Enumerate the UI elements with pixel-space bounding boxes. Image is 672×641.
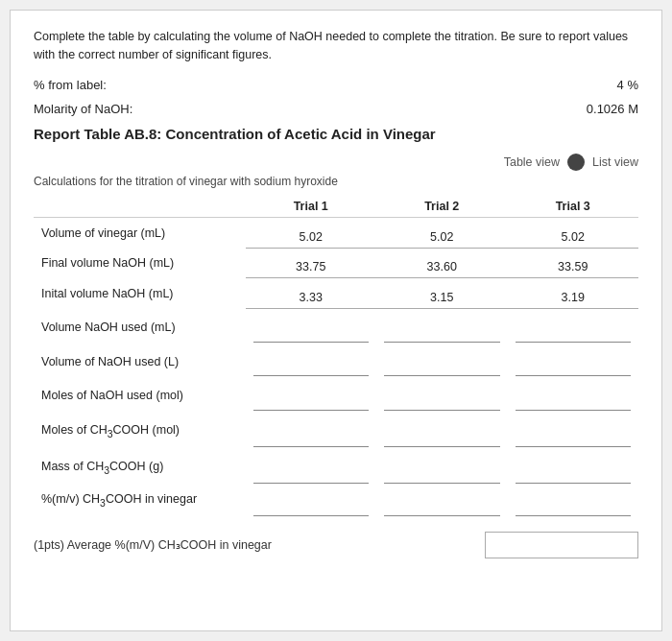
- row-1-trial3: 33.59: [508, 248, 639, 278]
- row-2-trial2: 3.15: [376, 278, 508, 309]
- table-row: Volume NaOH used (mL): [34, 312, 638, 343]
- row-3-trial2: [376, 312, 508, 343]
- instructions-text: Complete the table by calculating the vo…: [34, 28, 638, 64]
- table-row: Final volume NaOH (mL)33.7533.6033.59: [34, 248, 638, 278]
- row-2-trial1: 3.33: [246, 278, 377, 309]
- row-3-trial3: [508, 312, 639, 343]
- row-4-trial2: [376, 346, 508, 377]
- report-title: Report Table AB.8: Concentration of Acet…: [34, 126, 638, 142]
- percent-row: % from label: 4 %: [34, 78, 638, 92]
- row-6-trial1: [246, 415, 377, 447]
- row-5-trial1: [246, 380, 377, 411]
- table-row: Mass of CH3COOH (g): [34, 451, 638, 484]
- row-4-trial1: [246, 346, 377, 377]
- row-0-trial1: 5.02: [246, 217, 377, 248]
- col-header-trial2: Trial 2: [376, 196, 508, 218]
- toggle-icon[interactable]: [567, 154, 585, 171]
- row-label: Final volume NaOH (mL): [34, 248, 246, 278]
- subtitle: Calculations for the titration of vinega…: [34, 175, 638, 188]
- table-row: %(m/v) CH3COOH in vinegar: [34, 484, 638, 516]
- row-7-trial3: [508, 451, 639, 484]
- row-label: Moles of CH3COOH (mol): [34, 415, 246, 447]
- bottom-label: (1pts) Average %(m/V) CH₃COOH in vinegar: [34, 537, 272, 552]
- row-7-trial2: [376, 451, 508, 484]
- table-row: Volume of NaOH used (L): [34, 346, 638, 377]
- row-6-trial2: [376, 415, 508, 447]
- row-4-trial3: [508, 346, 639, 377]
- row-1-trial2: 33.60: [376, 248, 508, 278]
- row-label: Mass of CH3COOH (g): [34, 451, 246, 484]
- col-header-trial3: Trial 3: [508, 196, 639, 218]
- row-8-trial2: [376, 484, 508, 516]
- row-label: Volume of vinegar (mL): [34, 217, 246, 248]
- row-5-trial2: [376, 380, 508, 411]
- bottom-section: (1pts) Average %(m/V) CH₃COOH in vinegar: [34, 532, 638, 558]
- row-2-trial3: 3.19: [508, 278, 639, 309]
- answer-box[interactable]: [485, 532, 638, 558]
- table-row: Moles of NaOH used (mol): [34, 380, 638, 411]
- page: Complete the table by calculating the vo…: [10, 10, 662, 631]
- col-header-label: [34, 196, 246, 218]
- row-label: Volume of NaOH used (L): [34, 346, 246, 377]
- col-header-trial1: Trial 1: [246, 196, 377, 218]
- row-7-trial1: [246, 451, 377, 484]
- list-view-label[interactable]: List view: [592, 155, 638, 169]
- table-header-row: Trial 1 Trial 2 Trial 3: [34, 196, 638, 218]
- molarity-row: Molarity of NaOH: 0.1026 M: [34, 102, 638, 116]
- row-label: Volume NaOH used (mL): [34, 312, 246, 343]
- row-label: Inital volume NaOH (mL): [34, 278, 246, 309]
- row-label: Moles of NaOH used (mol): [34, 380, 246, 411]
- percent-label: % from label:: [34, 78, 107, 92]
- row-label: %(m/v) CH3COOH in vinegar: [34, 484, 246, 516]
- row-8-trial3: [508, 484, 639, 516]
- table-view-label[interactable]: Table view: [504, 155, 560, 169]
- row-3-trial1: [246, 312, 377, 343]
- row-0-trial3: 5.02: [508, 217, 639, 248]
- molarity-value: 0.1026 M: [562, 102, 638, 116]
- row-5-trial3: [508, 380, 639, 411]
- table-row: Moles of CH3COOH (mol): [34, 415, 638, 447]
- row-6-trial3: [508, 415, 639, 447]
- table-row: Volume of vinegar (mL)5.025.025.02: [34, 217, 638, 248]
- view-toggle: Table view List view: [34, 154, 638, 171]
- table-row: Inital volume NaOH (mL)3.333.153.19: [34, 278, 638, 309]
- row-0-trial2: 5.02: [376, 217, 508, 248]
- percent-value: 4 %: [562, 78, 638, 92]
- row-8-trial1: [246, 484, 377, 516]
- molarity-label: Molarity of NaOH:: [34, 102, 132, 116]
- data-table: Trial 1 Trial 2 Trial 3 Volume of vinega…: [34, 196, 638, 516]
- row-1-trial1: 33.75: [246, 248, 377, 278]
